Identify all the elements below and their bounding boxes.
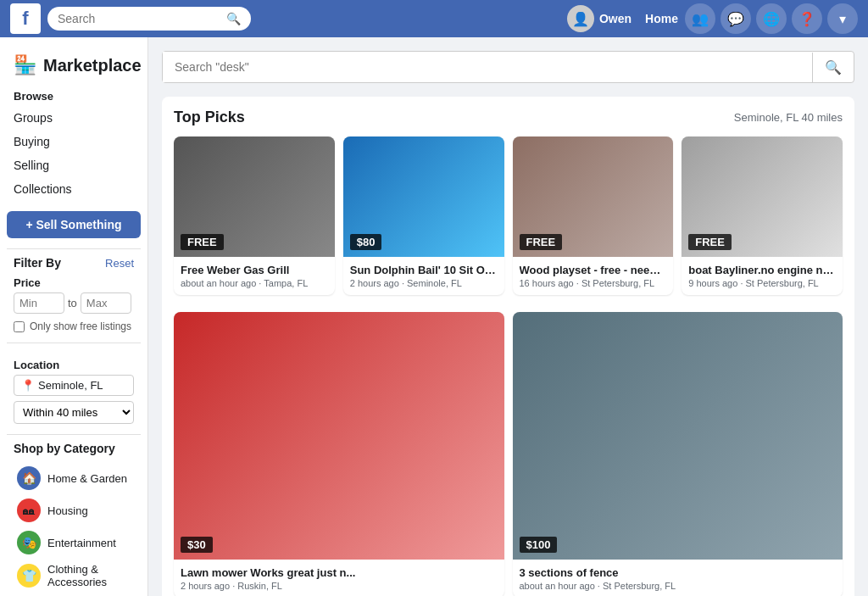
free-listings-label: Only show free listings (30, 320, 131, 332)
boat-meta: 9 hours ago · St Petersburg, FL (688, 278, 836, 288)
marketplace-icon: 🏪 (14, 54, 36, 76)
grill-meta: about an hour ago · Tampa, FL (181, 278, 328, 288)
browse-label: Browse (7, 86, 141, 106)
nav-user[interactable]: 👤 Owen (567, 5, 632, 32)
top-picks-row2: $30 Lawn mower Works great just n... 2 h… (174, 312, 843, 596)
location-section: Location 📍 Seminole, FL Within 40 miles … (7, 343, 141, 431)
location-pin-icon: 📍 (21, 379, 35, 392)
playset-meta: 16 hours ago · St Petersburg, FL (520, 278, 667, 288)
playset-price-badge: FREE (520, 234, 563, 250)
sidebar-title: 🏪 Marketplace (7, 51, 141, 86)
fence-image (513, 312, 843, 560)
boat-name: boat Bayliner.no engine no trailer (688, 264, 836, 276)
category-label-entertainment: Entertainment (47, 537, 116, 549)
nav-username: Owen (599, 12, 632, 25)
sidebar: 🏪 Marketplace Browse Groups Buying Selli… (0, 37, 148, 596)
top-picks-title: Top Picks (174, 109, 245, 126)
price-label: Price (14, 276, 134, 289)
sell-something-button[interactable]: + Sell Something (7, 211, 141, 238)
category-label-housing: Housing (47, 504, 88, 517)
category-title: Shop by Category (14, 442, 134, 455)
main-search-bar[interactable]: 🔍 (162, 51, 854, 83)
price-to-label: to (68, 297, 77, 309)
filter-section: Filter By Reset Price to Only show free … (7, 248, 141, 339)
nav-home-link[interactable]: Home (645, 12, 678, 25)
category-item-clothing[interactable]: 👕 Clothing & Accessories (14, 559, 134, 593)
product-card-kayak[interactable]: $80 Sun Dolphin Bail' 10 Sit On Top ... … (343, 136, 504, 295)
fence-meta: about an hour ago · St Petersburg, FL (520, 581, 837, 591)
product-card-grill[interactable]: FREE Free Weber Gas Grill about an hour … (174, 136, 335, 295)
kayak-name: Sun Dolphin Bail' 10 Sit On Top ... (350, 264, 498, 276)
housing-icon: 🏘 (17, 499, 41, 522)
category-item-entertainment[interactable]: 🎭 Entertainment (14, 526, 134, 559)
nav-search-icon: 🔍 (226, 12, 241, 25)
fence-name: 3 sections of fence (520, 566, 837, 579)
product-card-mower[interactable]: $30 Lawn mower Works great just n... 2 h… (174, 312, 504, 596)
top-picks-section: Top Picks Seminole, FL 40 miles FREE Fre… (162, 97, 854, 596)
grill-name: Free Weber Gas Grill (181, 264, 328, 276)
category-item-home-garden[interactable]: 🏠 Home & Garden (14, 462, 134, 494)
nav-search-input[interactable] (58, 12, 220, 25)
price-range-row: to (14, 292, 134, 314)
mower-price-badge: $30 (181, 537, 213, 553)
entertainment-icon: 🎭 (17, 531, 41, 554)
mower-meta: 2 hours ago · Ruskin, FL (181, 581, 498, 591)
top-picks-grid: FREE Free Weber Gas Grill about an hour … (174, 136, 843, 295)
miles-select[interactable]: Within 40 miles Within 10 miles Within 2… (14, 401, 134, 424)
top-picks-header: Top Picks Seminole, FL 40 miles (174, 109, 843, 126)
grill-price-badge: FREE (181, 234, 224, 250)
product-card-boat[interactable]: FREE boat Bayliner.no engine no trailer … (682, 136, 843, 295)
location-label: Location (14, 359, 134, 371)
main-search-button[interactable]: 🔍 (812, 53, 854, 82)
clothing-icon: 👕 (17, 564, 41, 588)
kayak-meta: 2 hours ago · Seminole, FL (350, 278, 498, 288)
main-search-input[interactable] (163, 52, 812, 82)
location-input-row[interactable]: 📍 Seminole, FL (14, 375, 134, 396)
top-picks-meta: Seminole, FL 40 miles (734, 111, 843, 124)
facebook-logo: f (10, 3, 41, 34)
category-item-family[interactable]: ❤️ Family (14, 593, 134, 596)
filter-label: Filter By (14, 256, 61, 270)
sidebar-item-buying[interactable]: Buying (7, 130, 141, 153)
messenger-icon[interactable]: 💬 (721, 3, 751, 34)
price-max-input[interactable] (81, 292, 131, 314)
more-icon[interactable]: ▾ (827, 3, 858, 34)
filter-reset-button[interactable]: Reset (105, 257, 134, 270)
top-nav: f 🔍 👤 Owen Home 👥 💬 🌐 ❓ ▾ (0, 0, 868, 37)
nav-search-bar[interactable]: 🔍 (47, 7, 251, 31)
main-content: 🔍 Top Picks Seminole, FL 40 miles FREE F… (148, 37, 868, 596)
friends-icon[interactable]: 👥 (685, 3, 715, 34)
category-section: Shop by Category 🏠 Home & Garden 🏘 Housi… (7, 434, 141, 596)
product-card-playset[interactable]: FREE Wood playset - free - need to tra..… (513, 136, 674, 295)
free-listings-checkbox[interactable] (14, 321, 25, 332)
marketplace-title: Marketplace (43, 56, 142, 75)
category-label-clothing: Clothing & Accessories (47, 563, 131, 588)
mower-image (174, 312, 504, 560)
category-label-home-garden: Home & Garden (47, 472, 127, 485)
price-min-input[interactable] (14, 292, 64, 314)
sidebar-item-collections[interactable]: Collections (7, 177, 141, 201)
globe-icon[interactable]: 🌐 (756, 3, 787, 34)
location-value: Seminole, FL (38, 379, 103, 392)
mower-name: Lawn mower Works great just n... (181, 566, 498, 579)
category-item-housing[interactable]: 🏘 Housing (14, 494, 134, 526)
playset-name: Wood playset - free - need to tra... (520, 264, 667, 276)
help-icon[interactable]: ❓ (792, 3, 822, 34)
sidebar-item-selling[interactable]: Selling (7, 153, 141, 177)
boat-price-badge: FREE (688, 234, 732, 250)
home-garden-icon: 🏠 (17, 466, 41, 490)
fence-price-badge: $100 (520, 537, 558, 553)
product-card-fence[interactable]: $100 3 sections of fence about an hour a… (513, 312, 843, 596)
avatar: 👤 (567, 5, 594, 32)
kayak-price-badge: $80 (350, 234, 382, 250)
free-listings-row: Only show free listings (14, 320, 134, 332)
sidebar-item-groups[interactable]: Groups (7, 106, 141, 130)
nav-icons-group: 👥 💬 🌐 ❓ ▾ (685, 3, 858, 34)
